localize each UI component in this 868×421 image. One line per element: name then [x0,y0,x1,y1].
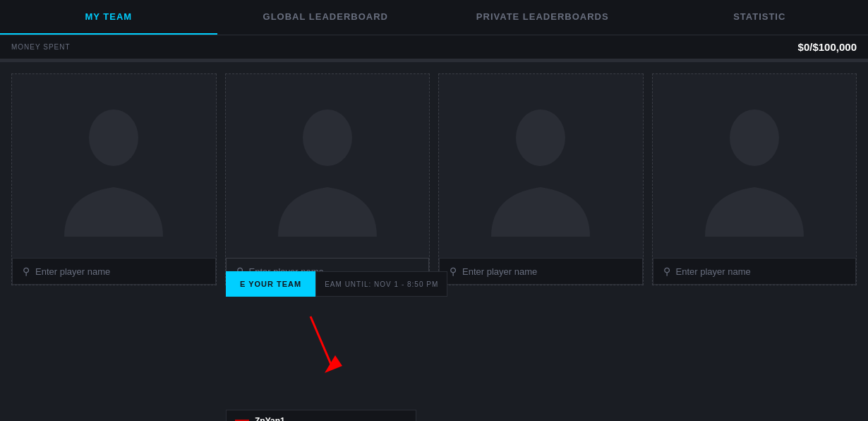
money-label: MONEY SPENT [11,43,71,51]
player-card-1: ⚲ [11,73,217,285]
svg-point-0 [89,109,138,166]
bottom-bar: E YOUR TEAM EAM UNTIL: NOV 1 - 8:50 PM [226,271,447,297]
tab-my-team[interactable]: MY TEAM [0,0,217,35]
money-bar: MONEY SPENT $0/$100,000 [0,35,868,59]
search-icon-1: ⚲ [23,266,30,277]
dropdown-item-left-0: ZpYan1 TEAM [235,416,285,421]
cards-wrapper: ⚲ ⚲ [11,73,857,285]
money-value: $0/$100,000 [798,41,857,53]
search-icon-4: ⚲ [663,266,670,277]
player-avatar-1 [12,74,216,258]
player-search-bar-1[interactable]: ⚲ [12,258,216,285]
deadline-text: EAM UNTIL: NOV 1 - 8:50 PM [315,271,447,297]
player-card-2: ⚲ [225,73,430,285]
silhouette-icon-4 [698,95,811,237]
silhouette-icon-1 [57,95,170,237]
silhouette-icon-3 [484,95,597,237]
search-dropdown: ZpYan1 TEAM $38,000 MMing TEAM $36,500 [226,410,416,421]
nav-tabs: MY TEAM GLOBAL LEADERBOARD PRIVATE LEADE… [0,0,868,35]
player-search-input-3[interactable] [462,266,632,277]
player-search-input-1[interactable] [35,266,205,277]
svg-marker-5 [325,355,342,373]
save-team-button[interactable]: E YOUR TEAM [226,271,315,297]
player-avatar-2 [226,74,430,258]
svg-line-4 [311,316,332,366]
player-card-3: ⚲ [438,73,644,285]
main-content: ⚲ ⚲ [0,62,868,297]
svg-point-1 [303,109,352,166]
tab-private-leaderboards[interactable]: PRIVATE LEADERBOARDS [434,0,651,35]
svg-point-3 [730,109,779,166]
silhouette-icon-2 [271,95,384,237]
arrow-indicator [296,309,353,383]
player-info-0: ZpYan1 TEAM [255,416,285,421]
player-avatar-4 [653,74,857,258]
tab-statistic[interactable]: STATISTIC [651,0,869,35]
dropdown-item-0[interactable]: ZpYan1 TEAM $38,000 [227,410,416,421]
dropdown-player-name-0: ZpYan1 [255,416,285,421]
player-card-4: ⚲ [652,73,857,285]
tab-global-leaderboard[interactable]: GLOBAL LEADERBOARD [217,0,435,35]
player-search-input-4[interactable] [676,266,846,277]
player-search-bar-3[interactable]: ⚲ [439,258,643,285]
svg-point-2 [516,109,565,166]
player-avatar-3 [439,74,643,258]
player-search-bar-4[interactable]: ⚲ [653,258,857,285]
search-icon-3: ⚲ [450,266,457,277]
